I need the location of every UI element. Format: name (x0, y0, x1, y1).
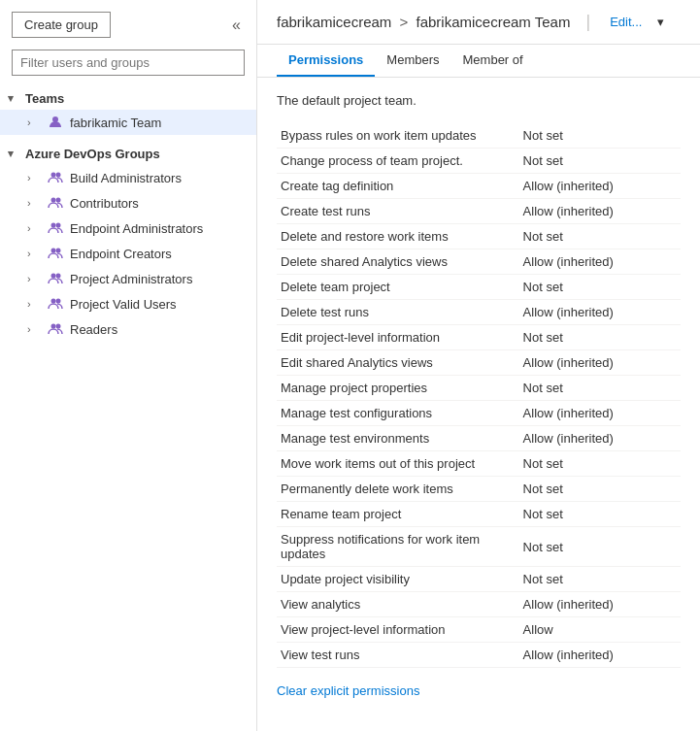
table-row: Bypass rules on work item updates Not se… (277, 123, 681, 149)
sidebar-item-endpoint-creators[interactable]: › Endpoint Creators (0, 241, 256, 266)
permission-name: View analytics (277, 592, 519, 617)
tab-members[interactable]: Members (375, 45, 450, 77)
permissions-table: Bypass rules on work item updates Not se… (277, 123, 681, 668)
tab-member-of[interactable]: Member of (451, 45, 535, 77)
permission-name: Delete test runs (277, 300, 519, 325)
sidebar-item-project-administrators[interactable]: › Project Administrators (0, 266, 256, 291)
sidebar-item-label: Readers (70, 322, 117, 337)
table-row: Manage test environments Allow (inherite… (277, 426, 681, 451)
sidebar-item-endpoint-administrators[interactable]: › Endpoint Administrators (0, 216, 256, 241)
azure-devops-items: › Build Administrators › Contributors › (0, 165, 256, 342)
svg-point-5 (51, 223, 56, 228)
azure-devops-label: Azure DevOps Groups (25, 147, 160, 161)
sidebar-item-fabrikamic-team[interactable]: › fabrikamic Team (0, 110, 256, 135)
svg-point-2 (56, 173, 61, 178)
sidebar-item-label: Endpoint Administrators (70, 221, 203, 236)
svg-point-13 (51, 324, 56, 329)
table-row: Update project visibility Not set (277, 567, 681, 592)
permission-name: Delete team project (277, 275, 519, 300)
permission-name: Create tag definition (277, 174, 519, 199)
group-icon (47, 194, 64, 212)
sidebar-item-project-valid-users[interactable]: › Project Valid Users (0, 291, 256, 316)
permission-name: Rename team project (277, 502, 519, 527)
item-chevron-icon: › (27, 197, 41, 209)
svg-point-9 (51, 274, 56, 279)
permission-status: Not set (519, 451, 681, 477)
permission-status: Not set (519, 376, 681, 401)
default-team-description: The default project team. (277, 93, 681, 108)
svg-point-7 (51, 249, 56, 253)
permission-status: Not set (519, 477, 681, 502)
filter-input[interactable] (12, 50, 245, 76)
sidebar-item-contributors[interactable]: › Contributors (0, 190, 256, 216)
permission-status: Allow (inherited) (519, 199, 681, 224)
header-divider: | (585, 12, 590, 32)
group-icon (47, 245, 64, 262)
teams-section: ▾ Teams › fabrikamic Team (0, 83, 256, 139)
sidebar-item-label: Project Administrators (70, 272, 192, 286)
create-group-button[interactable]: Create group (12, 12, 111, 38)
permission-status: Not set (519, 149, 681, 174)
collapse-icon[interactable]: « (228, 13, 245, 38)
table-row: Manage project properties Not set (277, 376, 681, 401)
tab-permissions[interactable]: Permissions (277, 45, 375, 77)
sidebar: Create group « ▾ Teams › fabrikamic Team… (0, 0, 257, 731)
permission-name: Permanently delete work items (277, 477, 519, 502)
main-header: fabrikamicecream > fabrikamicecream Team… (257, 0, 700, 45)
tabs-bar: Permissions Members Member of (257, 45, 700, 78)
table-row: Delete test runs Allow (inherited) (277, 300, 681, 325)
table-row: Create test runs Allow (inherited) (277, 199, 681, 224)
table-row: Rename team project Not set (277, 502, 681, 527)
item-chevron-icon: › (27, 222, 41, 234)
dropdown-button[interactable]: ▾ (653, 13, 668, 31)
svg-point-14 (56, 324, 61, 329)
table-row: Delete team project Not set (277, 275, 681, 300)
group-icon (47, 295, 64, 313)
permission-name: Edit project-level information (277, 325, 519, 350)
sidebar-item-label: Endpoint Creators (70, 247, 172, 261)
permission-name: View project-level information (277, 617, 519, 643)
table-row: Delete and restore work items Not set (277, 224, 681, 249)
table-row: Edit shared Analytics views Allow (inher… (277, 350, 681, 376)
permission-status: Not set (519, 527, 681, 567)
item-chevron-icon: › (27, 298, 41, 310)
svg-point-8 (56, 249, 61, 253)
sidebar-item-label: fabrikamic Team (70, 116, 161, 130)
permission-name: Move work items out of this project (277, 451, 519, 477)
permission-status: Not set (519, 502, 681, 527)
item-chevron-icon: › (27, 172, 41, 183)
azure-devops-group-header[interactable]: ▾ Azure DevOps Groups (0, 143, 256, 165)
permission-status: Not set (519, 325, 681, 350)
table-row: View analytics Allow (inherited) (277, 592, 681, 617)
permission-status: Allow (inherited) (519, 426, 681, 451)
table-row: View project-level information Allow (277, 617, 681, 643)
teams-chevron-icon: ▾ (8, 92, 21, 105)
permission-status: Not set (519, 224, 681, 249)
breadcrumb: fabrikamicecream > fabrikamicecream Team (277, 14, 570, 30)
svg-point-10 (56, 274, 61, 279)
table-row: Change process of team project. Not set (277, 149, 681, 174)
permission-name: Manage test configurations (277, 401, 519, 426)
permission-name: Delete and restore work items (277, 224, 519, 249)
item-chevron-icon: › (27, 323, 41, 335)
permission-name: Create test runs (277, 199, 519, 224)
teams-group-header[interactable]: ▾ Teams (0, 87, 256, 110)
permission-status: Allow (inherited) (519, 643, 681, 668)
azure-devops-chevron-icon: ▾ (8, 148, 21, 160)
team-item-chevron-icon: › (27, 116, 41, 128)
breadcrumb-team: fabrikamicecream Team (416, 14, 570, 30)
azure-devops-section: ▾ Azure DevOps Groups › Build Administra… (0, 139, 256, 346)
svg-point-12 (56, 299, 61, 304)
sidebar-item-build-administrators[interactable]: › Build Administrators (0, 165, 256, 190)
sidebar-item-readers[interactable]: › Readers (0, 316, 256, 342)
permission-name: Change process of team project. (277, 149, 519, 174)
permission-name: Delete shared Analytics views (277, 249, 519, 275)
permission-status: Not set (519, 123, 681, 149)
table-row: Suppress notifications for work item upd… (277, 527, 681, 567)
svg-point-1 (51, 173, 56, 178)
sidebar-item-label: Project Valid Users (70, 297, 177, 312)
permission-status: Not set (519, 275, 681, 300)
sidebar-header: Create group « (0, 0, 256, 46)
edit-button[interactable]: Edit... (606, 13, 646, 31)
clear-permissions-link[interactable]: Clear explicit permissions (277, 683, 419, 698)
